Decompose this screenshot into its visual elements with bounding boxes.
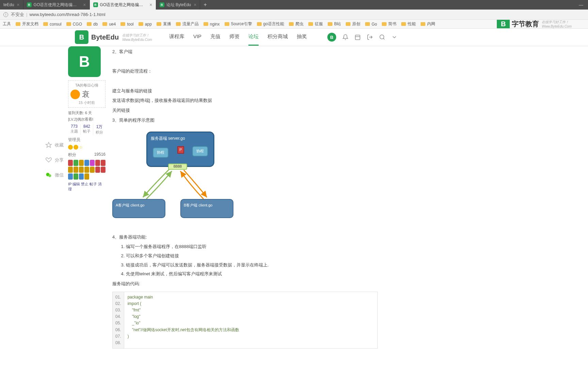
text: 客户端的处理流程： (112, 67, 378, 76)
mood-box: TA的每日心情 衰 15 小时前 (68, 80, 105, 108)
tab-0[interactable]: teEdu× (0, 0, 23, 10)
code-gutter: 01.02.03.04.05.06.07.08. (113, 292, 124, 349)
user-stats: 773主题 842帖子 1万积分 (68, 124, 105, 135)
user-level: [LV.2]偶尔看看I (68, 117, 105, 122)
score-line: 积分19516 (68, 152, 105, 158)
user-panel: B TA的每日心情 衰 15 小时前 签到天数: 6 天 [LV.2]偶尔看看I… (68, 46, 105, 362)
architecture-diagram: 服务器端 server.go 协程 协程 P 8888 A客户端 client.… (112, 127, 276, 223)
text: 建立与服务端的链接 (112, 87, 378, 95)
brand-icon: B (497, 20, 510, 29)
bookmark[interactable]: CGO (66, 22, 82, 27)
folder-icon (308, 22, 313, 26)
calendar-icon[interactable] (355, 34, 361, 40)
close-icon[interactable]: × (194, 2, 196, 7)
insecure-label: 不安全 (11, 12, 24, 18)
bookmark[interactable]: ue4 (102, 22, 116, 27)
new-tab-button[interactable]: + (200, 0, 210, 10)
folder-icon (87, 22, 92, 26)
chevron-down-icon[interactable] (391, 34, 397, 40)
favorite-button[interactable]: 收藏 (45, 142, 64, 149)
window-minimize[interactable]: — (574, 0, 588, 10)
nav-mall[interactable]: 积分商城 (267, 29, 288, 46)
tab-1[interactable]: BGO语言使用之网络编程(TCP编…× (23, 0, 90, 10)
close-icon[interactable]: × (149, 2, 152, 7)
user-avatar[interactable]: B (68, 46, 101, 77)
close-icon[interactable]: × (83, 2, 86, 7)
text: 2、客户端 (112, 48, 378, 56)
code-block: 01.02.03.04.05.06.07.08. package main im… (112, 292, 378, 349)
url-text[interactable]: www.byteedu.com/thread-786-1-1.html (29, 12, 105, 17)
text: 3、简单的程序示意图 (112, 116, 378, 125)
header-icons: B (327, 33, 588, 42)
bookmark[interactable]: 直播 (157, 21, 171, 27)
bookmark[interactable]: 性能 (401, 21, 416, 27)
text: 4、服务器端功能: (112, 233, 378, 242)
wechat-button[interactable]: 微信 (45, 172, 64, 179)
nav-teachers[interactable]: 师资 (229, 29, 240, 46)
close-icon[interactable]: × (17, 2, 19, 7)
search-icon[interactable] (379, 34, 385, 40)
bell-icon[interactable] (342, 34, 348, 40)
nav-recharge[interactable]: 充值 (210, 29, 220, 46)
code-body: package main import ( "fmt" "log" _"io" … (124, 292, 243, 349)
svg-point-1 (380, 35, 384, 39)
mood-face-icon (70, 90, 80, 99)
side-actions: 收藏 分享 微信 (41, 46, 68, 362)
bookmark[interactable]: 流量产品 (176, 21, 199, 27)
folder-icon (43, 22, 48, 26)
bookmark[interactable]: 工具 (3, 21, 11, 27)
folder-icon (225, 22, 229, 26)
address-bar: i 不安全 | www.byteedu.com/thread-786-1-1.h… (0, 10, 588, 20)
bookmark[interactable]: Source引擎 (225, 21, 252, 27)
post-content: 2、客户端 客户端的处理流程： 建立与服务端的链接 发送请求数据[终端]，接收服… (105, 46, 385, 362)
tab-2[interactable]: BGO语言使用之网络编程(TCP编…× (90, 0, 156, 10)
list-item: 编写一个服务器端程序，在8888端口监听 (126, 243, 378, 251)
site-logo-icon[interactable]: B (75, 30, 88, 44)
brand-logo: B 字节教育 在线学习好工作！ Www.ByteEdu.Com (497, 20, 585, 29)
folder-icon (66, 22, 71, 26)
folder-icon (102, 22, 107, 26)
bookmark[interactable]: go语言性能 (257, 21, 284, 27)
bookmark[interactable]: 简书 (382, 21, 396, 27)
site-header: B ByteEdu 在线学习好工作！ Www.ByteEdu.Com 课程库 V… (0, 29, 588, 46)
text: 服务端的代码: (112, 280, 378, 288)
list-item: 先使用telnet 来测试，然后编写客户端程序来测试 (126, 270, 378, 278)
bookmark[interactable]: db (87, 22, 98, 27)
feature-list: 编写一个服务器端程序，在8888端口监听 可以和多个客户端创建链接 链接成功后，… (112, 243, 378, 278)
text: 发送请求数据[终端]，接收服务器端返回的结果数据 (112, 96, 378, 105)
folder-icon (157, 22, 161, 26)
list-item: 可以和多个客户端创建链接 (126, 252, 378, 260)
list-item: 链接成功后，客户端可以发送数据，服务器端接受数据，并显示在终端上. (126, 261, 378, 270)
avatar[interactable]: B (327, 33, 336, 42)
info-icon[interactable]: i (3, 12, 8, 17)
folder-icon (138, 22, 143, 26)
nav-forum[interactable]: 论坛 (248, 29, 259, 46)
bookmark[interactable]: Go (365, 22, 377, 27)
site-icon: B (93, 2, 98, 7)
bookmark[interactable]: 爬虫 (289, 21, 304, 27)
share-button[interactable]: 分享 (45, 157, 64, 164)
bookmark[interactable]: 开发文档 (16, 21, 38, 27)
rank-icons: ☆ (68, 145, 105, 150)
bookmark[interactable]: 征服 (308, 21, 323, 27)
tab-3[interactable]: B论坛 ByteEdu× (156, 0, 200, 10)
nav-vip[interactable]: VIP (193, 29, 201, 46)
bookmark[interactable]: B站 (328, 21, 341, 27)
folder-icon (328, 22, 332, 26)
nav-lottery[interactable]: 抽奖 (297, 29, 307, 46)
folder-icon (120, 22, 125, 26)
bookmark[interactable]: 内网 (421, 21, 435, 27)
sign-days: 签到天数: 6 天 (68, 110, 105, 116)
folder-icon (176, 22, 181, 26)
bookmark[interactable]: app (138, 22, 152, 27)
nav-courses[interactable]: 课程库 (169, 29, 184, 46)
client-a-box: A客户端 client.go (112, 199, 165, 218)
site-name[interactable]: ByteEdu (91, 33, 119, 41)
bookmark[interactable]: tool (120, 22, 133, 27)
bookmark[interactable]: consul (43, 22, 62, 27)
exit-icon[interactable] (367, 34, 373, 40)
admin-links[interactable]: IP 编辑 禁止 帖子 清理 (68, 182, 105, 192)
bookmark[interactable]: 原创 (346, 21, 360, 27)
coroutine-left: 协程 (153, 148, 168, 158)
bookmark[interactable]: nginx (203, 22, 220, 27)
